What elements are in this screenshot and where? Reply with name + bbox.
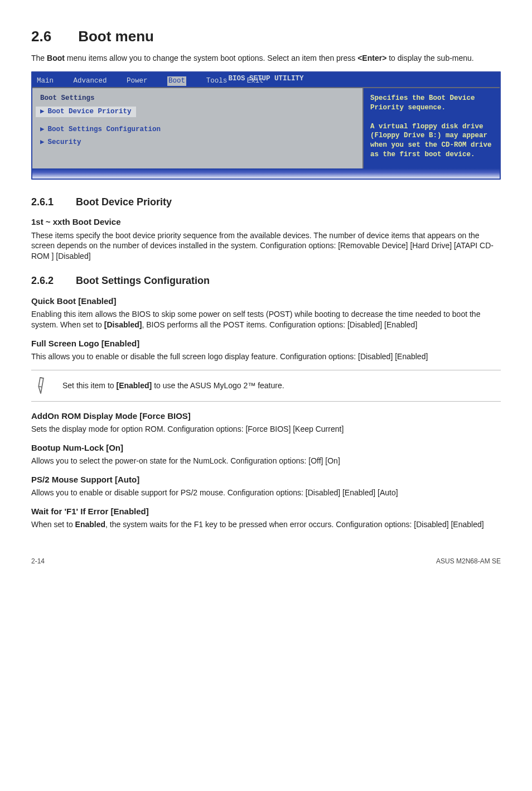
numlock-heading: Bootup Num-Lock [On] — [31, 442, 501, 454]
bios-row-boot-device-priority: ▶Boot Device Priority — [36, 107, 136, 117]
bios-tab-boot: Boot — [167, 76, 186, 86]
full-screen-logo-heading: Full Screen Logo [Enabled] — [31, 338, 501, 349]
note-text: Set this item to [Enabled] to use the AS… — [62, 380, 284, 391]
ps2-heading: PS/2 Mouse Support [Auto] — [31, 474, 501, 485]
section-heading: 2.6Boot menu — [31, 27, 501, 46]
addon-rom-heading: AddOn ROM Display Mode [Force BIOS] — [31, 411, 501, 422]
bios-tab-main: Main — [37, 76, 54, 86]
section-title-text: Boot menu — [78, 28, 154, 45]
bios-tab-advanced: Advanced — [74, 76, 107, 86]
ps2-text: Allows you to enable or disable support … — [31, 488, 501, 498]
triangle-right-icon: ▶ — [40, 108, 45, 115]
full-screen-logo-text: This allows you to enable or disable the… — [31, 351, 501, 362]
pencil-icon — [33, 375, 52, 397]
page-number: 2-14 — [31, 557, 45, 566]
bios-tab-power: Power — [127, 76, 148, 86]
quick-boot-heading: Quick Boot [Enabled] — [31, 296, 501, 307]
subsection-262-heading: 2.6.2Boot Settings Configuration — [31, 274, 501, 287]
first-boot-device-text: These items specify the boot device prio… — [31, 230, 501, 262]
triangle-right-icon: ▶ — [40, 126, 45, 133]
bios-row-boot-settings-config: ▶Boot Settings Configuration — [40, 125, 355, 134]
bios-help-panel: Specifies the Boot Device Priority seque… — [364, 88, 500, 168]
subsection-261-heading: 2.6.1Boot Device Priority — [31, 195, 501, 209]
enter-key: <Enter> — [357, 54, 386, 62]
section-number: 2.6 — [31, 27, 51, 46]
triangle-right-icon: ▶ — [40, 138, 45, 146]
wait-f1-text: When set to Enabled, the system waits fo… — [31, 519, 501, 530]
wait-f1-heading: Wait for 'F1' If Error [Enabled] — [31, 506, 501, 517]
bios-screenshot: BIOS SETUP UTILITY Main Advanced Power B… — [31, 71, 501, 180]
addon-rom-text: Sets the display mode for option ROM. Co… — [31, 424, 501, 435]
bios-tab-tools: Tools — [206, 76, 228, 86]
bios-tabs: Main Advanced Power Boot Tools Exit — [37, 76, 279, 86]
section-intro: The Boot menu items allow you to change … — [31, 53, 501, 64]
bios-help-text: Specifies the Boot Device Priority seque… — [370, 94, 493, 160]
first-boot-device-heading: 1st ~ xxth Boot Device — [31, 216, 501, 228]
product-name: ASUS M2N68-AM SE — [436, 557, 501, 566]
bios-row-security: ▶Security — [40, 138, 355, 147]
bios-tab-exit: Exit — [247, 76, 264, 86]
note-callout: Set this item to [Enabled] to use the AS… — [31, 370, 501, 402]
boot-word: Boot — [47, 54, 65, 62]
quick-boot-text: Enabling this item allows the BIOS to sk… — [31, 309, 501, 330]
page-footer: 2-14 ASUS M2N68-AM SE — [31, 557, 501, 566]
bios-left-heading: Boot Settings — [40, 94, 355, 103]
numlock-text: Allows you to select the power-on state … — [31, 456, 501, 466]
